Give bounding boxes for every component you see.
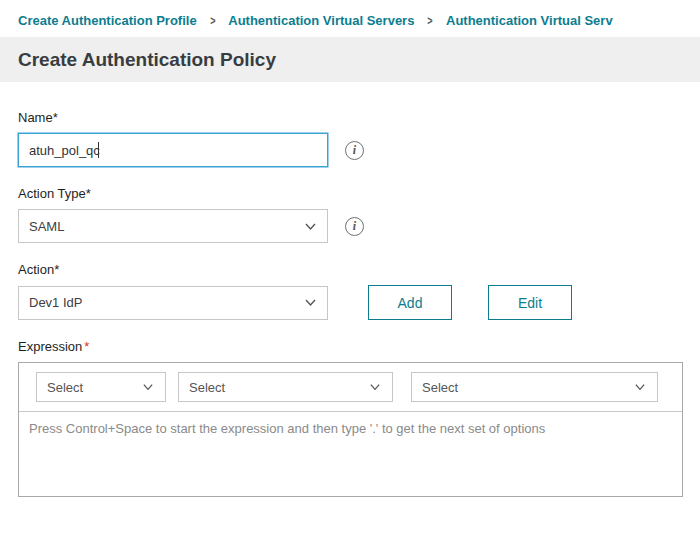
action-select[interactable]: Dev1 IdP bbox=[18, 286, 328, 320]
expression-input[interactable] bbox=[19, 412, 682, 496]
edit-button[interactable]: Edit bbox=[488, 285, 572, 320]
expression-select-2[interactable]: Select bbox=[178, 372, 393, 402]
breadcrumb-item-create-authentication-profile[interactable]: Create Authentication Profile bbox=[18, 13, 197, 28]
action-field-group: Action* Dev1 IdP Add Edit bbox=[18, 262, 682, 320]
info-icon[interactable]: i bbox=[345, 217, 364, 236]
page-header: Create Authentication Policy bbox=[0, 37, 700, 82]
breadcrumb: Create Authentication Profile > Authenti… bbox=[0, 0, 700, 37]
breadcrumb-item-authentication-virtual-servers[interactable]: Authentication Virtual Servers bbox=[228, 13, 414, 28]
chevron-down-icon bbox=[304, 296, 317, 309]
action-type-field-group: Action Type* SAML i bbox=[18, 186, 682, 243]
expression-toolbar: Select Select Select bbox=[19, 363, 682, 412]
action-label: Action* bbox=[18, 262, 682, 277]
page-title: Create Authentication Policy bbox=[18, 49, 276, 71]
action-type-select[interactable]: SAML bbox=[18, 209, 328, 243]
expression-select-1[interactable]: Select bbox=[36, 372, 166, 402]
breadcrumb-separator-icon: > bbox=[210, 13, 215, 28]
expression-select-3[interactable]: Select bbox=[411, 372, 658, 402]
expression-field-group: Expression* Select Select Select bbox=[18, 339, 682, 497]
required-asterisk: * bbox=[53, 110, 58, 125]
create-authentication-policy-form: Name* i Action Type* SAML i Action* D bbox=[0, 82, 700, 497]
action-selected-value: Dev1 IdP bbox=[29, 295, 82, 310]
expression-builder: Select Select Select bbox=[18, 362, 683, 497]
required-asterisk: * bbox=[84, 339, 89, 354]
info-icon[interactable]: i bbox=[345, 141, 364, 160]
expression-select-2-value: Select bbox=[189, 380, 225, 395]
expression-select-3-value: Select bbox=[422, 380, 458, 395]
name-field-group: Name* i bbox=[18, 110, 682, 167]
required-asterisk: * bbox=[54, 262, 59, 277]
name-input[interactable] bbox=[18, 133, 328, 167]
chevron-down-icon bbox=[634, 381, 647, 394]
name-label: Name* bbox=[18, 110, 682, 125]
expression-select-1-value: Select bbox=[47, 380, 83, 395]
chevron-down-icon bbox=[369, 381, 382, 394]
chevron-down-icon bbox=[142, 381, 155, 394]
action-type-selected-value: SAML bbox=[29, 219, 64, 234]
required-asterisk: * bbox=[86, 186, 91, 201]
action-type-label: Action Type* bbox=[18, 186, 682, 201]
expression-label: Expression* bbox=[18, 339, 682, 354]
breadcrumb-item-authentication-virtual-servers-2[interactable]: Authentication Virtual Serv bbox=[446, 13, 613, 28]
breadcrumb-separator-icon: > bbox=[428, 13, 433, 28]
chevron-down-icon bbox=[304, 220, 317, 233]
text-cursor bbox=[98, 142, 99, 158]
add-button[interactable]: Add bbox=[368, 285, 452, 320]
